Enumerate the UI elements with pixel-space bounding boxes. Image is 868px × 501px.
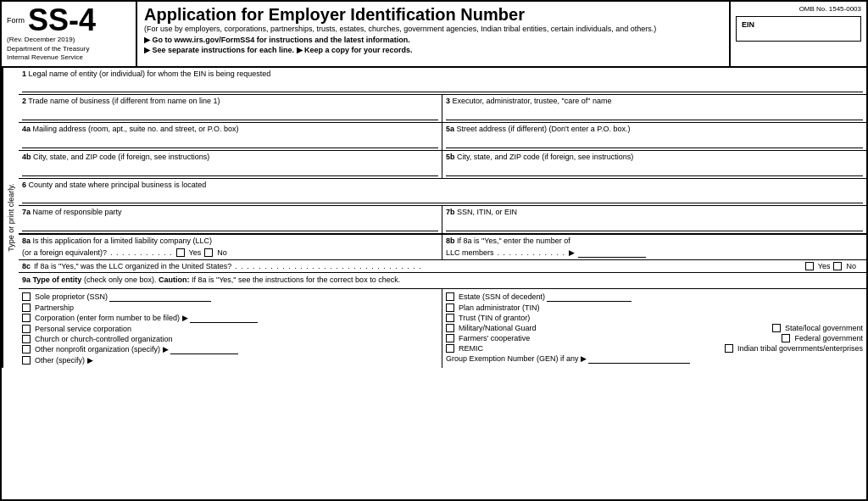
label-3: 3 Executor, administrator, trustee, "car… xyxy=(446,97,863,107)
cell-8c: 8c If 8a is "Yes," was the LLC organized… xyxy=(19,260,866,272)
entity-gen: Group Exemption Number (GEN) if any ▶ xyxy=(446,354,863,364)
entity-nonprofit: Other nonprofit organization (specify) ▶ xyxy=(22,345,438,354)
input-4a[interactable] xyxy=(22,136,438,148)
label-4a: 4a Mailing address (room, apt., suite no… xyxy=(22,125,438,135)
8a-no-item: No xyxy=(204,248,227,257)
checkbox-military[interactable] xyxy=(446,324,454,332)
cell-7b: 7b SSN, ITIN, or EIN xyxy=(442,206,866,233)
checkbox-trust[interactable] xyxy=(446,314,454,322)
federal-government-label: Federal government xyxy=(794,334,863,342)
label-2: 2 Trade name of business (if different f… xyxy=(22,97,438,107)
form-id: Form SS-4 xyxy=(7,5,131,36)
checkbox-corporation[interactable] xyxy=(22,314,31,322)
input-2[interactable] xyxy=(22,109,438,120)
checkbox-farmers[interactable] xyxy=(446,334,454,342)
8a-yes-checkbox[interactable] xyxy=(176,248,185,257)
entity-personal-service: Personal service corporation xyxy=(22,325,438,333)
entity-church: Church or church-controlled organization xyxy=(22,335,438,343)
entity-remic: REMIC Indian tribal governments/enterpri… xyxy=(446,344,863,353)
cell-7a: 7a Name of responsible party xyxy=(19,206,442,233)
row-7: 7a Name of responsible party 7b SSN, ITI… xyxy=(19,206,866,235)
input-4b[interactable] xyxy=(22,164,438,176)
entity-col-left: Sole proprietor (SSN) Partnership Corpor… xyxy=(19,289,442,368)
entity-partnership: Partnership xyxy=(22,303,438,312)
checkbox-other[interactable] xyxy=(22,356,31,365)
checkbox-federal-govt[interactable] xyxy=(782,334,790,342)
cell-1: 1 Legal name of entity (or individual) f… xyxy=(19,68,866,95)
input-3[interactable] xyxy=(446,109,863,120)
input-7a[interactable] xyxy=(22,220,438,231)
checkbox-church[interactable] xyxy=(22,335,31,343)
label-6: 6 County and state where principal busin… xyxy=(22,181,863,191)
label-4b: 4b City, state, and ZIP code (if foreign… xyxy=(22,153,438,163)
8b-input[interactable] xyxy=(578,248,646,258)
input-gen[interactable] xyxy=(588,354,690,364)
cell-4a: 4a Mailing address (room, apt., suite no… xyxy=(19,123,442,150)
row-4b-5b: 4b City, state, and ZIP code (if foreign… xyxy=(19,151,866,179)
input-5b[interactable] xyxy=(446,164,863,176)
checkbox-plan-admin[interactable] xyxy=(446,303,454,312)
cell-6: 6 County and state where principal busin… xyxy=(19,179,866,206)
input-estate[interactable] xyxy=(547,292,632,302)
rev-date: (Rev. December 2019) xyxy=(7,36,131,43)
8a-yn-row: (or a foreign equivalent)? . . . . . . .… xyxy=(22,248,438,257)
entity-sole-prop: Sole proprietor (SSN) xyxy=(22,292,438,302)
cell-9a-header: 9a Type of entity (check only one box). … xyxy=(19,273,866,288)
cell-5a: 5a Street address (if different) (Don't … xyxy=(442,123,866,150)
entity-farmers: Farmers' cooperative Federal government xyxy=(446,334,863,342)
row-9a-header: 9a Type of entity (check only one box). … xyxy=(19,273,866,288)
checkbox-state-local[interactable] xyxy=(772,324,781,332)
checkbox-estate[interactable] xyxy=(446,292,454,301)
row-8c: 8c If 8a is "Yes," was the LLC organized… xyxy=(19,260,866,273)
row-1: 1 Legal name of entity (or individual) f… xyxy=(19,68,866,96)
entity-col-right: Estate (SSN of decedent) Plan administra… xyxy=(442,289,866,368)
checkbox-sole-prop[interactable] xyxy=(22,292,31,301)
form-page: Form SS-4 (Rev. December 2019) Departmen… xyxy=(0,0,868,501)
form-main: Type or print clearly. 1 Legal name of e… xyxy=(2,68,866,368)
label-7a: 7a Name of responsible party xyxy=(22,208,438,218)
8c-no-checkbox[interactable] xyxy=(833,262,842,270)
input-5a[interactable] xyxy=(446,136,863,148)
8b-members-row: LLC members . . . . . . . . . . . . ▶ xyxy=(446,248,863,258)
checkbox-partnership[interactable] xyxy=(22,303,31,312)
checkbox-personal-service[interactable] xyxy=(22,325,31,333)
instruction1: ▶ Go to www.irs.gov/FormSS4 for instruct… xyxy=(144,35,722,46)
side-label: Type or print clearly. xyxy=(2,68,19,368)
input-6[interactable] xyxy=(22,192,863,203)
ein-box: EIN xyxy=(736,16,861,42)
dept-text: Department of the Treasury Internal Reve… xyxy=(7,45,131,63)
entity-corporation: Corporation (enter form number to be fil… xyxy=(22,314,438,323)
header-left: Form SS-4 (Rev. December 2019) Departmen… xyxy=(2,2,137,66)
input-7b[interactable] xyxy=(446,220,863,231)
omb-number: OMB No. 1545-0003 xyxy=(736,5,861,13)
8a-no-checkbox[interactable] xyxy=(204,248,213,257)
main-title: Application for Employer Identification … xyxy=(144,5,722,24)
input-corporation[interactable] xyxy=(190,314,258,323)
8c-yes-checkbox[interactable] xyxy=(805,262,814,270)
checkbox-remic[interactable] xyxy=(446,344,454,353)
entity-trust: Trust (TIN of grantor) xyxy=(446,314,863,322)
entity-estate: Estate (SSN of decedent) xyxy=(446,292,863,302)
8a-yes-item: Yes xyxy=(176,248,202,257)
form-number: SS-4 xyxy=(28,5,96,36)
8c-yes-item: Yes xyxy=(805,262,831,270)
label-5b: 5b City, state, and ZIP code (if foreign… xyxy=(446,153,863,163)
checkbox-indian-tribal[interactable] xyxy=(725,344,733,353)
entity-plan-admin: Plan administrator (TIN) xyxy=(446,303,863,312)
input-1[interactable] xyxy=(22,81,863,92)
row-4a-5a: 4a Mailing address (room, apt., suite no… xyxy=(19,123,866,151)
input-sole-prop[interactable] xyxy=(109,292,211,302)
row-2-3: 2 Trade name of business (if different f… xyxy=(19,95,866,123)
row-8a: 8a Is this application for a limited lia… xyxy=(19,235,866,260)
header-center: Application for Employer Identification … xyxy=(137,2,731,66)
checkbox-nonprofit[interactable] xyxy=(22,345,31,353)
label-5a: 5a Street address (if different) (Don't … xyxy=(446,125,863,135)
instruction2: ▶ See separate instructions for each lin… xyxy=(144,45,722,56)
cell-4b: 4b City, state, and ZIP code (if foreign… xyxy=(19,151,442,178)
8c-row: 8c If 8a is "Yes," was the LLC organized… xyxy=(22,262,863,270)
label-7b: 7b SSN, ITIN, or EIN xyxy=(446,208,863,218)
row-6: 6 County and state where principal busin… xyxy=(19,179,866,207)
input-nonprofit[interactable] xyxy=(170,345,238,354)
cell-8b: 8b If 8a is "Yes," enter the number of L… xyxy=(442,235,866,259)
entity-military: Military/National Guard State/local gove… xyxy=(446,324,863,332)
